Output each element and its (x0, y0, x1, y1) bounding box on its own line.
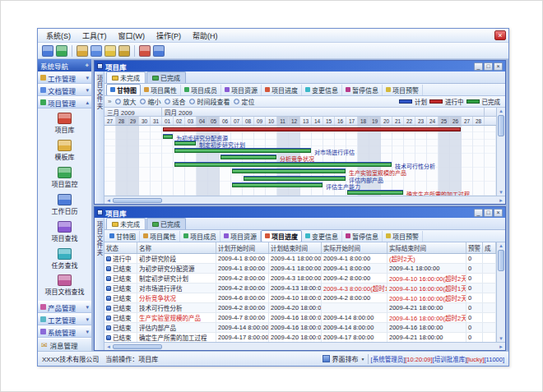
gantt-bar[interactable] (347, 191, 403, 195)
scrollbar-thumb[interactable] (498, 115, 504, 136)
status-tab[interactable]: 已完成 (146, 71, 186, 83)
gantt-bar[interactable] (232, 183, 323, 187)
gantt-tool-button[interactable]: 放大 (115, 97, 136, 106)
child-window-titlebar[interactable]: 项目库_□× (95, 207, 505, 218)
sidebar-item[interactable]: 任务查找 (38, 248, 91, 270)
subtab[interactable]: 项目属性 (141, 85, 181, 95)
scrollbar-thumb[interactable] (113, 198, 162, 203)
menu-item[interactable]: 系统(S) (40, 29, 77, 43)
menu-item[interactable]: 工具(T) (77, 29, 113, 43)
sidebar-item[interactable]: 项目查找 (38, 221, 91, 242)
gantt-bar[interactable] (163, 127, 461, 131)
status-tab[interactable]: 未完成 (106, 71, 146, 83)
sidebar-item[interactable]: 项目库 (38, 113, 91, 134)
chevron-right-icon[interactable]: » (108, 98, 111, 105)
subtab[interactable]: 暂停信息 (342, 231, 383, 242)
scroll-right-arrow[interactable]: ► (499, 198, 504, 203)
column-header[interactable]: 成 (483, 242, 496, 253)
subtab[interactable]: 项目进度 (261, 230, 302, 242)
app-close-button[interactable]: × (494, 30, 506, 40)
table-row[interactable]: 已结束评估内部产品2009-4-14 8:00:002009-4-16 18:0… (104, 323, 496, 333)
lock-icon[interactable] (104, 45, 116, 57)
scroll-left-arrow[interactable]: ◄ (106, 344, 111, 349)
gantt-bar[interactable] (174, 163, 392, 167)
gantt-bar[interactable] (244, 177, 346, 181)
table-row[interactable]: 已结束制定初步研究计划2009-4-2 8:00:002009-4-3 18:0… (104, 274, 496, 284)
subtab[interactable]: 变更信息 (302, 85, 342, 95)
horizontal-scrollbar[interactable]: ◄► (104, 342, 505, 350)
column-header[interactable]: 预警 (466, 242, 483, 253)
scrollbar-thumb[interactable] (498, 250, 504, 271)
close-button[interactable]: × (494, 62, 503, 71)
gantt-tool-button[interactable]: 缩小 (140, 97, 160, 106)
subtab[interactable]: 项目属性 (140, 231, 180, 242)
horizontal-scrollbar[interactable]: ◄► (104, 196, 505, 204)
gantt-bar[interactable] (163, 135, 173, 139)
sidebar-panel-header[interactable]: 系统管理▾ (38, 325, 91, 338)
minimize-button[interactable]: _ (474, 209, 483, 217)
subtab[interactable]: 暂停信息 (342, 85, 383, 95)
column-header[interactable]: 计划开始时间 (216, 242, 269, 253)
gantt-bar[interactable] (174, 149, 311, 153)
maximize-button[interactable]: □ (484, 209, 493, 217)
gantt-bar[interactable] (232, 169, 346, 173)
sidebar-item[interactable]: 工作日历 (38, 194, 91, 215)
subtab[interactable]: 项目资源 (220, 231, 261, 242)
gantt-bar[interactable] (174, 141, 196, 145)
sidebar-item[interactable]: 模板库 (38, 140, 91, 161)
gantt-tool-button[interactable]: 时间段查看 (189, 97, 230, 106)
table-row[interactable]: 已结束确定生产所需的加工过程2009-4-17 8:00:002009-4-20… (104, 333, 496, 342)
sidebar-item[interactable]: 项目监控 (38, 167, 91, 188)
menu-item[interactable]: 帮助(H) (187, 29, 224, 43)
layout-button-label[interactable]: 界面排布 (332, 354, 359, 363)
status-tab[interactable]: 已完成 (146, 218, 186, 229)
monitor-icon[interactable] (90, 45, 102, 57)
subtab[interactable]: 甘特图 (106, 231, 140, 242)
sidebar-panel-header[interactable]: 工作管理▾ (38, 71, 91, 84)
scroll-left-arrow[interactable]: ◄ (106, 198, 111, 203)
gantt-bar[interactable] (220, 155, 276, 159)
subtab[interactable]: 项目预警 (383, 85, 423, 95)
scroll-up-arrow[interactable]: ▲ (499, 108, 504, 114)
sidebar-panel-header[interactable]: 产品管理▾ (38, 301, 91, 313)
sidebar-panel-header[interactable]: 工艺管理▾ (38, 313, 91, 325)
sidebar-tab-messages[interactable]: ✉ 消息管理 (38, 338, 91, 351)
table-row[interactable]: 已结束对市场进行评估2009-4-2 8:00:002009-4-13 18:0… (104, 284, 496, 293)
vertical-scrollbar[interactable]: ▲▼ (496, 242, 505, 342)
subtab[interactable]: 甘特图 (106, 84, 141, 96)
key-icon[interactable] (118, 45, 130, 57)
sidebar-panel-header[interactable]: 项目管理▴ (38, 96, 91, 108)
folder-side-tab[interactable]: 项目文件夹 (95, 218, 104, 350)
minimize-button[interactable]: _ (474, 62, 483, 71)
menu-item[interactable]: 窗口(W) (113, 29, 151, 43)
pushpin-icon[interactable]: ⌖ (85, 62, 89, 70)
table-row[interactable]: 已结束技术可行性分析2009-4-2 8:00:002009-4-20 18:0… (104, 303, 496, 313)
folder-side-tab[interactable]: 项目文件夹 (95, 71, 104, 204)
gantt-tool-button[interactable]: 定位 (234, 97, 254, 106)
subtab[interactable]: 项目成员 (181, 85, 221, 95)
sidebar-panel-header[interactable]: 文档管理▾ (38, 84, 91, 96)
status-tab[interactable]: 未完成 (106, 218, 146, 229)
column-header[interactable]: 计划结束时间 (269, 242, 322, 253)
table-row[interactable]: 已结束为初步研究分配资源2009-4-1 8:00:002009-4-1 18:… (104, 264, 496, 274)
table-row[interactable]: 已结束分析竞争状况2009-4-6 8:00:002009-4-10 18:00… (104, 293, 496, 303)
scroll-down-arrow[interactable]: ▼ (499, 335, 504, 342)
column-header[interactable]: 状态 (104, 242, 137, 253)
gantt-tool-button[interactable]: 适合 (165, 97, 185, 106)
folder-icon[interactable] (77, 45, 88, 57)
column-header[interactable]: 实际开始时间 (322, 242, 388, 253)
scroll-right-arrow[interactable]: ► (499, 344, 504, 349)
vertical-scrollbar[interactable]: ▲▼ (496, 108, 505, 196)
scrollbar-thumb[interactable] (113, 344, 162, 349)
menu-item[interactable]: 操作(P) (151, 29, 187, 43)
subtab[interactable]: 变更信息 (302, 231, 342, 242)
sidebar-item[interactable]: 项目文档查找 (38, 274, 91, 296)
help-icon[interactable] (153, 45, 165, 57)
close-button[interactable]: × (494, 209, 503, 217)
subtab[interactable]: 项目成员 (180, 231, 220, 242)
child-window-titlebar[interactable]: 项目库_□× (95, 61, 505, 71)
column-header[interactable]: 名称 (137, 242, 216, 253)
maximize-button[interactable]: □ (484, 62, 493, 71)
subtab[interactable]: 项目进度 (262, 85, 302, 95)
subtab[interactable]: 项目预警 (383, 231, 423, 242)
